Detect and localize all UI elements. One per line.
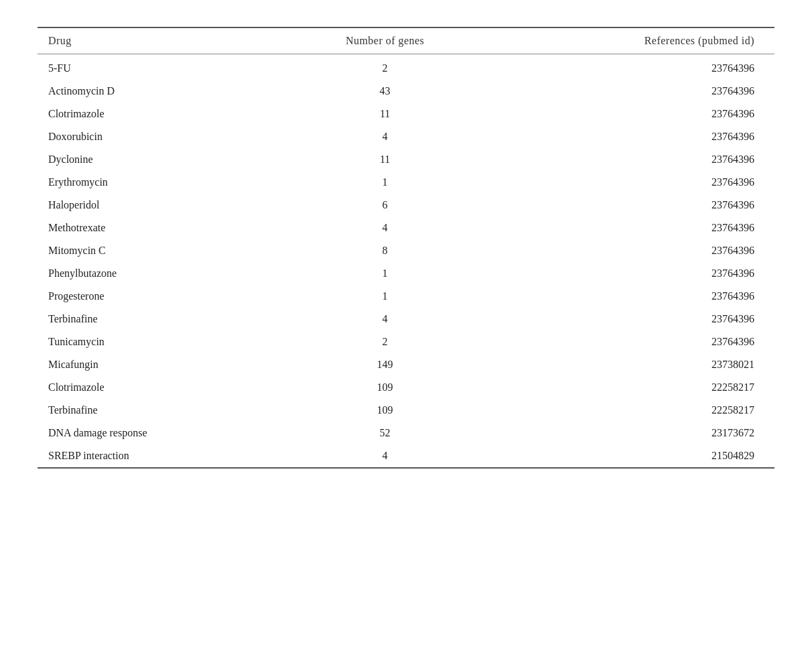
- cell-refs: 23764396: [487, 194, 774, 217]
- table-row: Terbinafine10922258217: [38, 399, 774, 422]
- cell-refs: 23764396: [487, 80, 774, 103]
- table-row: Erythromycin123764396: [38, 171, 774, 194]
- table-row: Clotrimazole10922258217: [38, 376, 774, 399]
- cell-drug: Mitomycin C: [38, 239, 283, 262]
- drug-table: Drug Number of genes References (pubmed …: [38, 27, 774, 469]
- cell-drug: Clotrimazole: [38, 376, 283, 399]
- cell-drug: Actinomycin D: [38, 80, 283, 103]
- cell-genes: 4: [283, 217, 487, 239]
- cell-drug: 5-FU: [38, 54, 283, 80]
- cell-drug: Tunicamycin: [38, 330, 283, 353]
- table-row: Micafungin14923738021: [38, 353, 774, 376]
- cell-refs: 23764396: [487, 103, 774, 125]
- cell-genes: 4: [283, 308, 487, 330]
- cell-genes: 109: [283, 399, 487, 422]
- table-row: Dyclonine1123764396: [38, 148, 774, 171]
- cell-drug: Terbinafine: [38, 399, 283, 422]
- cell-genes: 2: [283, 54, 487, 80]
- cell-drug: Progesterone: [38, 285, 283, 308]
- cell-drug: Clotrimazole: [38, 103, 283, 125]
- table-row: 5-FU223764396: [38, 54, 774, 80]
- cell-refs: 23764396: [487, 308, 774, 330]
- header-genes: Number of genes: [283, 27, 487, 54]
- header-drug: Drug: [38, 27, 283, 54]
- cell-drug: Micafungin: [38, 353, 283, 376]
- cell-refs: 23764396: [487, 330, 774, 353]
- table-row: Clotrimazole1123764396: [38, 103, 774, 125]
- table-header-row: Drug Number of genes References (pubmed …: [38, 27, 774, 54]
- cell-drug: Methotrexate: [38, 217, 283, 239]
- header-refs: References (pubmed id): [487, 27, 774, 54]
- cell-drug: Erythromycin: [38, 171, 283, 194]
- cell-genes: 11: [283, 103, 487, 125]
- table-row: Phenylbutazone123764396: [38, 262, 774, 285]
- cell-genes: 6: [283, 194, 487, 217]
- cell-refs: 23764396: [487, 285, 774, 308]
- cell-genes: 4: [283, 444, 487, 468]
- table-row: Tunicamycin223764396: [38, 330, 774, 353]
- cell-drug: Haloperidol: [38, 194, 283, 217]
- cell-drug: Terbinafine: [38, 308, 283, 330]
- table-row: SREBP interaction421504829: [38, 444, 774, 468]
- cell-genes: 11: [283, 148, 487, 171]
- cell-refs: 23173672: [487, 422, 774, 444]
- cell-genes: 4: [283, 125, 487, 148]
- cell-drug: Phenylbutazone: [38, 262, 283, 285]
- cell-refs: 23764396: [487, 239, 774, 262]
- cell-refs: 23764396: [487, 148, 774, 171]
- cell-genes: 1: [283, 285, 487, 308]
- cell-genes: 1: [283, 171, 487, 194]
- cell-refs: 23764396: [487, 217, 774, 239]
- table-row: Methotrexate423764396: [38, 217, 774, 239]
- cell-refs: 23764396: [487, 54, 774, 80]
- cell-genes: 43: [283, 80, 487, 103]
- table-row: Mitomycin C823764396: [38, 239, 774, 262]
- cell-genes: 109: [283, 376, 487, 399]
- cell-drug: Doxorubicin: [38, 125, 283, 148]
- cell-drug: DNA damage response: [38, 422, 283, 444]
- cell-drug: Dyclonine: [38, 148, 283, 171]
- cell-genes: 8: [283, 239, 487, 262]
- table-row: Terbinafine423764396: [38, 308, 774, 330]
- cell-refs: 22258217: [487, 399, 774, 422]
- cell-refs: 21504829: [487, 444, 774, 468]
- cell-genes: 1: [283, 262, 487, 285]
- cell-genes: 2: [283, 330, 487, 353]
- cell-genes: 149: [283, 353, 487, 376]
- cell-drug: SREBP interaction: [38, 444, 283, 468]
- table-row: Doxorubicin423764396: [38, 125, 774, 148]
- table-row: Haloperidol623764396: [38, 194, 774, 217]
- cell-refs: 23764396: [487, 171, 774, 194]
- table-row: DNA damage response5223173672: [38, 422, 774, 444]
- table-container: Drug Number of genes References (pubmed …: [38, 27, 774, 469]
- cell-genes: 52: [283, 422, 487, 444]
- cell-refs: 23738021: [487, 353, 774, 376]
- table-row: Actinomycin D4323764396: [38, 80, 774, 103]
- cell-refs: 23764396: [487, 125, 774, 148]
- cell-refs: 22258217: [487, 376, 774, 399]
- table-row: Progesterone123764396: [38, 285, 774, 308]
- cell-refs: 23764396: [487, 262, 774, 285]
